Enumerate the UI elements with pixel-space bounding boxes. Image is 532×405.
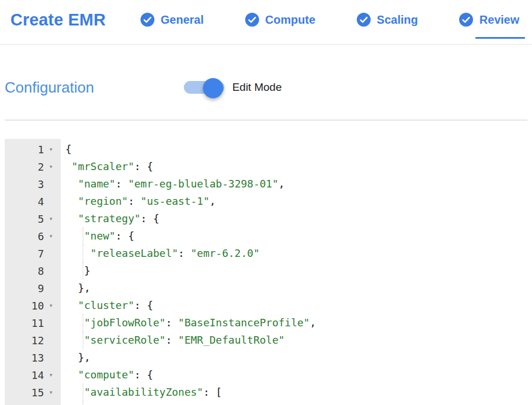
code-line: "cluster": { [65,297,527,314]
line-number: 2 [5,161,44,173]
step-tab-review[interactable]: Review [459,0,519,40]
step-label: Compute [265,13,316,27]
section-title: Configuration [5,79,94,97]
wizard-header: Create EMR General Compute Scaling [0,0,532,45]
gutter-row: 13 [5,349,61,366]
fold-arrow-icon[interactable]: ▾ [44,141,58,158]
code-line: { [65,401,527,405]
edit-mode-toggle[interactable] [184,81,224,94]
code-line: }, [65,279,527,297]
line-number: 13 [5,352,44,364]
code-line: "mrScaler": { [65,158,527,175]
gutter-row: 2▾ [5,158,61,175]
line-number: 4 [5,196,44,208]
active-tab-underline [475,37,525,39]
line-number: 10 [5,300,44,312]
gutter-row: 6▾ [5,227,61,245]
code-line: "availabilityZones": [ [65,384,527,401]
code-line: "compute": { [65,366,527,384]
step-label: Review [479,13,519,27]
page-title: Create EMR [10,10,106,30]
step-label: General [161,13,204,27]
line-number: 11 [5,317,44,329]
line-number: 6 [5,230,44,242]
check-circle-icon [141,13,154,27]
fold-arrow-icon[interactable]: ▾ [44,366,58,384]
fold-arrow-icon[interactable]: ▾ [44,158,58,175]
step-label: Scaling [377,13,418,27]
code-area[interactable]: { "mrScaler": { "name": "emr-eg-bluelab-… [61,139,527,405]
gutter-row: 16▾ [5,401,61,405]
fold-arrow-icon[interactable]: ▾ [44,210,58,227]
gutter-row: 12 [5,332,61,349]
fold-arrow-icon[interactable]: ▾ [44,384,58,401]
section-divider [5,120,527,120]
gutter-row: 5▾ [5,210,61,227]
code-line: "name": "emr-eg-bluelab-3298-01", [65,175,527,193]
line-number: 15 [5,386,44,399]
gutter-row: 3 [5,175,61,193]
step-nav: General Compute Scaling Review [141,0,519,40]
check-circle-icon [357,13,371,27]
line-number: 5 [5,213,44,225]
code-line: } [65,262,527,279]
gutter-row: 1▾ [5,141,61,158]
configuration-section-header: Configuration Edit Mode [5,75,527,100]
edit-mode-label: Edit Mode [232,81,282,94]
json-code-editor: 1▾2▾345▾6▾78910▾11121314▾15▾16▾ { "mrSca… [5,139,527,405]
fold-arrow-icon[interactable]: ▾ [44,227,58,245]
code-line: "releaseLabel": "emr-6.2.0" [65,245,527,262]
line-number: 7 [5,248,44,260]
line-number: 3 [5,178,44,190]
code-line: "jobFlowRole": "BaseInstanceProfile", [65,314,527,332]
check-circle-icon [245,13,259,27]
line-number: 9 [5,282,44,294]
fold-arrow-icon[interactable]: ▾ [44,401,58,405]
code-line: "new": { [65,227,527,245]
step-tab-scaling[interactable]: Scaling [357,0,418,40]
code-line: }, [65,349,527,366]
code-line: "strategy": { [65,210,527,227]
gutter-row: 15▾ [5,384,61,401]
line-number: 1 [5,143,44,156]
check-circle-icon [459,13,473,27]
step-tab-compute[interactable]: Compute [245,0,316,40]
step-tab-general[interactable]: General [141,0,204,40]
editor-gutter: 1▾2▾345▾6▾78910▾11121314▾15▾16▾ [5,139,61,405]
gutter-row: 14▾ [5,366,61,384]
code-line: "serviceRole": "EMR_DefaultRole" [65,332,527,349]
line-number: 14 [5,369,44,381]
gutter-row: 4 [5,193,61,210]
fold-arrow-icon[interactable]: ▾ [44,297,58,314]
gutter-row: 8 [5,262,61,279]
gutter-row: 11 [5,314,61,332]
line-number: 8 [5,265,44,277]
gutter-row: 10▾ [5,297,61,314]
line-number: 12 [5,334,44,347]
gutter-row: 7 [5,245,61,262]
code-line: { [65,141,527,158]
code-line: "region": "us-east-1", [65,193,527,210]
toggle-knob [203,78,223,98]
gutter-row: 9 [5,279,61,297]
